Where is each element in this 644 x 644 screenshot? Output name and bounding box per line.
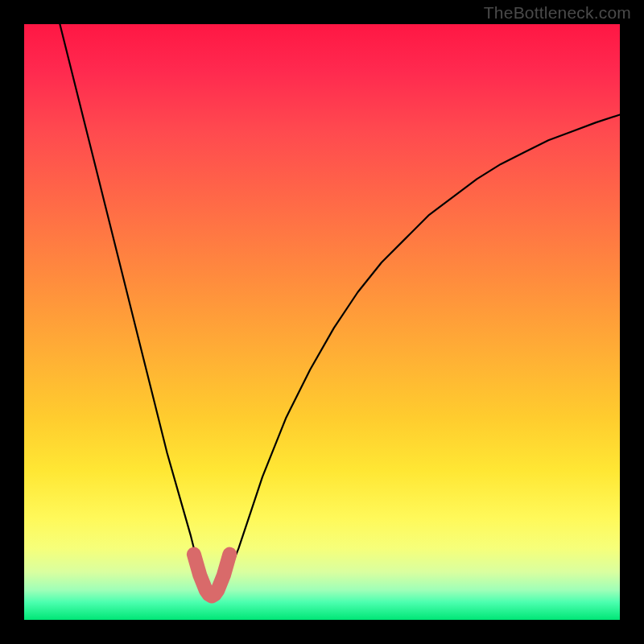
chart-frame: TheBottleneck.com xyxy=(0,0,644,644)
bottleneck-curve xyxy=(60,24,620,596)
chart-overlay xyxy=(24,24,620,620)
valley-highlight xyxy=(194,555,229,597)
watermark-text: TheBottleneck.com xyxy=(484,3,631,23)
